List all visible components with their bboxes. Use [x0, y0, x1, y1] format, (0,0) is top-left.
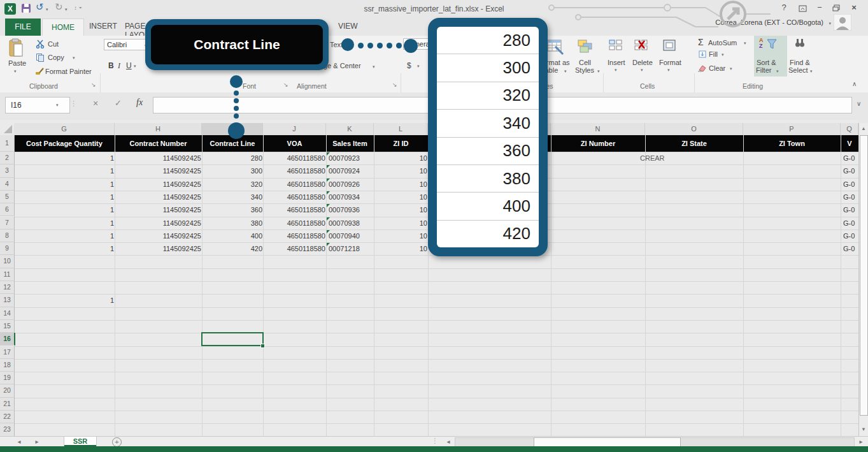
row-header-8[interactable]: 8 [0, 230, 15, 242]
row-header-10[interactable]: 10 [0, 255, 15, 268]
format-as-table-icon[interactable] [546, 38, 564, 55]
grid-cell-G4[interactable]: 1 [15, 178, 117, 191]
grid-cell-G9[interactable]: 1 [15, 242, 117, 255]
insert-dropdown-icon[interactable]: ▾ [615, 68, 617, 73]
grid-cell-H7[interactable]: 1145092425 [115, 217, 204, 230]
grid-cell-H5[interactable]: 1145092425 [115, 191, 204, 203]
filter-funnel-icon[interactable] [767, 39, 778, 50]
help-icon[interactable]: ? [776, 3, 792, 12]
name-box-dropdown-icon[interactable]: ▾ [56, 103, 59, 108]
horizontal-scrollbar-thumb[interactable] [534, 437, 681, 447]
grid-cell-I9[interactable]: 420 [203, 242, 266, 255]
find-select-icon[interactable] [795, 38, 805, 47]
underline-dropdown-icon[interactable]: ▾ [134, 64, 136, 69]
find-select-button[interactable]: Find & [790, 59, 810, 66]
grid-cell-J4[interactable]: 4650118580 [264, 178, 329, 191]
scroll-down-icon[interactable]: ▾ [860, 426, 867, 432]
grid-cell-I6[interactable]: 360 [203, 203, 266, 216]
grid-cell-K4[interactable]: 00070926 [327, 178, 375, 191]
row-header-2[interactable]: 2 [0, 152, 15, 164]
grid-cell-Q6[interactable]: G-0 [841, 203, 858, 216]
grid-cell-J8[interactable]: 4650118580 [264, 230, 329, 242]
merge-center-dropdown-icon[interactable]: ▾ [373, 64, 375, 69]
grid-cell-J9[interactable]: 4650118580 [264, 242, 329, 255]
cancel-icon[interactable]: × [93, 98, 98, 108]
grid-cell-Q9[interactable]: G-0 [841, 242, 858, 255]
table-header-N[interactable]: ZI Number [551, 135, 645, 152]
hscroll-right-icon[interactable]: ▸ [857, 438, 865, 445]
bold-button[interactable]: B [108, 61, 114, 70]
grid-cell-I7[interactable]: 380 [203, 217, 266, 230]
grid-cell-I2[interactable]: 280 [203, 152, 266, 164]
grid-cell-I8[interactable]: 400 [203, 230, 266, 242]
grid-cell-I3[interactable]: 300 [203, 164, 266, 177]
grid-cell-Q8[interactable]: G-0 [841, 230, 858, 242]
delete-cells-icon[interactable] [634, 39, 648, 52]
currency-button[interactable]: $ [407, 61, 411, 70]
grid-cell-Q4[interactable]: G-0 [841, 178, 858, 191]
row-header-6[interactable]: 6 [0, 203, 15, 216]
column-header-L[interactable]: L [374, 123, 428, 136]
grid-cell-L5[interactable]: 10 [374, 191, 430, 203]
fill-dropdown-icon[interactable]: ▾ [722, 52, 724, 57]
row-header-12[interactable]: 12 [0, 281, 15, 294]
find-select-button-2[interactable]: Select [788, 66, 808, 74]
grid-cell-K7[interactable]: 00070938 [327, 217, 375, 230]
column-header-K[interactable]: K [326, 123, 374, 136]
table-header-K[interactable]: Sales Item [326, 135, 374, 152]
grid-cell-L3[interactable]: 10 [374, 164, 430, 177]
grid-cell-K6[interactable]: 00070936 [327, 203, 375, 216]
paste-button[interactable]: Paste [8, 59, 26, 67]
table-header-L[interactable]: ZI ID [374, 135, 428, 152]
row-header-23[interactable]: 23 [0, 423, 15, 436]
copy-button[interactable]: Copy [48, 54, 64, 61]
grid-cell-K5[interactable]: 00070934 [327, 191, 375, 203]
tab-home[interactable]: HOME [42, 18, 84, 36]
delete-button[interactable]: Delete [632, 59, 653, 66]
tab-insert[interactable]: INSERT [89, 22, 117, 31]
new-sheet-icon[interactable]: + [112, 437, 122, 447]
grid-cell-L7[interactable]: 10 [374, 217, 430, 230]
collapse-ribbon-icon[interactable]: ∧ [852, 80, 857, 87]
alignment-launcher-icon[interactable]: ↘ [392, 82, 397, 88]
grid-cell-G2[interactable]: 1 [15, 152, 117, 164]
sort-filter-dropdown-icon[interactable]: ▾ [776, 69, 779, 74]
grid-cell-G7[interactable]: 1 [15, 217, 117, 230]
grid-cell-G6[interactable]: 1 [15, 203, 117, 216]
grid-cell-K9[interactable]: 00071218 [327, 242, 375, 255]
grid-cell-H6[interactable]: 1145092425 [115, 203, 204, 216]
cut-icon[interactable] [36, 40, 45, 48]
autosum-button[interactable]: AutoSum [708, 39, 737, 47]
clear-dropdown-icon[interactable]: ▾ [730, 66, 732, 71]
grid-cell-G5[interactable]: 1 [15, 191, 117, 203]
grid-cell-J6[interactable]: 4650118580 [264, 203, 329, 216]
row-header-14[interactable]: 14 [0, 307, 15, 320]
grid-cell-G8[interactable]: 1 [15, 230, 117, 242]
fill-handle[interactable] [260, 344, 265, 348]
row-header-7[interactable]: 7 [0, 217, 15, 230]
expand-formula-bar-icon[interactable]: ∨ [857, 100, 861, 107]
cell-styles-button[interactable]: Cell [579, 59, 591, 66]
copy-dropdown-icon[interactable]: ▾ [73, 55, 75, 61]
row-header-11[interactable]: 11 [0, 268, 15, 281]
scroll-up-icon[interactable]: ▴ [860, 125, 867, 131]
format-painter-icon[interactable] [34, 67, 44, 76]
copy-icon[interactable] [36, 53, 45, 62]
select-all-icon[interactable] [4, 125, 12, 133]
grid-cell-I4[interactable]: 320 [203, 178, 266, 191]
row-header-16[interactable]: 16 [0, 333, 15, 346]
row-header-1[interactable]: 1 [0, 135, 15, 152]
row-header-22[interactable]: 22 [0, 411, 15, 423]
row-header-19[interactable]: 19 [0, 372, 15, 384]
next-sheet-icon[interactable]: ▸ [33, 438, 41, 445]
grid-cell-J5[interactable]: 4650118580 [264, 191, 329, 203]
font-launcher-icon[interactable]: ↘ [283, 82, 288, 88]
italic-button[interactable]: I [118, 61, 120, 71]
close-icon[interactable]: × [846, 3, 862, 12]
cell-styles-button-2[interactable]: Styles [575, 66, 594, 74]
clipboard-launcher-icon[interactable]: ↘ [91, 82, 96, 88]
grid-cell-I5[interactable]: 340 [203, 191, 266, 203]
table-header-G[interactable]: Cost Package Quantity [14, 135, 115, 152]
table-header-P[interactable]: ZI Town [743, 135, 841, 152]
sheet-tab-ssr[interactable]: SSR [64, 437, 97, 446]
